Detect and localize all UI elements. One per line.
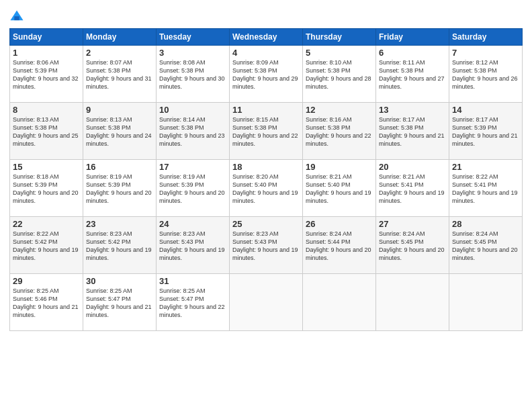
day-number: 1 bbox=[13, 48, 80, 58]
day-number: 8 bbox=[13, 105, 80, 115]
cell-info: Sunrise: 8:24 AMSunset: 5:45 PMDaylight:… bbox=[452, 230, 518, 261]
calendar-cell: 16Sunrise: 8:19 AMSunset: 5:39 PMDayligh… bbox=[83, 160, 157, 217]
calendar-cell: 13Sunrise: 8:17 AMSunset: 5:38 PMDayligh… bbox=[376, 103, 449, 160]
calendar-cell: 26Sunrise: 8:24 AMSunset: 5:44 PMDayligh… bbox=[303, 217, 376, 274]
day-number: 14 bbox=[452, 105, 519, 115]
cell-info: Sunrise: 8:23 AMSunset: 5:43 PMDaylight:… bbox=[159, 230, 225, 261]
cell-info: Sunrise: 8:08 AMSunset: 5:38 PMDaylight:… bbox=[159, 59, 225, 90]
calendar-cell: 25Sunrise: 8:23 AMSunset: 5:43 PMDayligh… bbox=[230, 217, 303, 274]
calendar-cell: 2Sunrise: 8:07 AMSunset: 5:38 PMDaylight… bbox=[83, 46, 157, 103]
svg-rect-1 bbox=[14, 16, 19, 20]
calendar-cell: 24Sunrise: 8:23 AMSunset: 5:43 PMDayligh… bbox=[157, 217, 230, 274]
cell-info: Sunrise: 8:23 AMSunset: 5:42 PMDaylight:… bbox=[86, 230, 152, 261]
calendar-week-row: 15Sunrise: 8:18 AMSunset: 5:39 PMDayligh… bbox=[10, 160, 523, 217]
day-number: 15 bbox=[13, 162, 80, 172]
day-number: 28 bbox=[452, 219, 519, 229]
day-number: 27 bbox=[379, 219, 446, 229]
calendar-cell: 6Sunrise: 8:11 AMSunset: 5:38 PMDaylight… bbox=[376, 46, 449, 103]
calendar-week-row: 8Sunrise: 8:13 AMSunset: 5:38 PMDaylight… bbox=[10, 103, 523, 160]
day-number: 17 bbox=[159, 162, 226, 172]
cell-info: Sunrise: 8:22 AMSunset: 5:42 PMDaylight:… bbox=[13, 230, 79, 261]
weekday-header: Wednesday bbox=[230, 29, 303, 46]
logo-icon bbox=[9, 9, 24, 24]
calendar-cell: 3Sunrise: 8:08 AMSunset: 5:38 PMDaylight… bbox=[157, 46, 230, 103]
weekday-header: Monday bbox=[83, 29, 157, 46]
cell-info: Sunrise: 8:17 AMSunset: 5:39 PMDaylight:… bbox=[452, 116, 518, 147]
calendar-cell: 22Sunrise: 8:22 AMSunset: 5:42 PMDayligh… bbox=[10, 217, 83, 274]
cell-info: Sunrise: 8:17 AMSunset: 5:38 PMDaylight:… bbox=[379, 116, 445, 147]
cell-info: Sunrise: 8:25 AMSunset: 5:47 PMDaylight:… bbox=[86, 287, 152, 318]
calendar-cell: 9Sunrise: 8:13 AMSunset: 5:38 PMDaylight… bbox=[83, 103, 157, 160]
day-number: 7 bbox=[452, 48, 519, 58]
calendar-cell: 4Sunrise: 8:09 AMSunset: 5:38 PMDaylight… bbox=[230, 46, 303, 103]
cell-info: Sunrise: 8:21 AMSunset: 5:40 PMDaylight:… bbox=[306, 173, 371, 204]
calendar-week-row: 22Sunrise: 8:22 AMSunset: 5:42 PMDayligh… bbox=[10, 217, 523, 274]
day-number: 4 bbox=[232, 48, 300, 58]
calendar-cell: 21Sunrise: 8:22 AMSunset: 5:41 PMDayligh… bbox=[449, 160, 523, 217]
cell-info: Sunrise: 8:25 AMSunset: 5:46 PMDaylight:… bbox=[13, 287, 79, 318]
calendar-cell: 12Sunrise: 8:16 AMSunset: 5:38 PMDayligh… bbox=[303, 103, 376, 160]
cell-info: Sunrise: 8:10 AMSunset: 5:38 PMDaylight:… bbox=[306, 59, 371, 90]
cell-info: Sunrise: 8:13 AMSunset: 5:38 PMDaylight:… bbox=[13, 116, 79, 147]
weekday-header: Friday bbox=[376, 29, 449, 46]
cell-info: Sunrise: 8:11 AMSunset: 5:38 PMDaylight:… bbox=[379, 59, 445, 90]
day-number: 11 bbox=[232, 105, 300, 115]
page: SundayMondayTuesdayWednesdayThursdayFrid… bbox=[0, 0, 532, 411]
calendar-week-row: 1Sunrise: 8:06 AMSunset: 5:39 PMDaylight… bbox=[10, 46, 523, 103]
cell-info: Sunrise: 8:12 AMSunset: 5:38 PMDaylight:… bbox=[452, 59, 518, 90]
cell-info: Sunrise: 8:18 AMSunset: 5:39 PMDaylight:… bbox=[13, 173, 79, 204]
calendar-cell: 23Sunrise: 8:23 AMSunset: 5:42 PMDayligh… bbox=[83, 217, 157, 274]
weekday-header: Saturday bbox=[449, 29, 523, 46]
day-number: 25 bbox=[232, 219, 300, 229]
calendar-header: SundayMondayTuesdayWednesdayThursdayFrid… bbox=[10, 29, 523, 46]
day-number: 31 bbox=[159, 276, 226, 286]
calendar-cell: 11Sunrise: 8:15 AMSunset: 5:38 PMDayligh… bbox=[230, 103, 303, 160]
day-number: 29 bbox=[13, 276, 80, 286]
cell-info: Sunrise: 8:20 AMSunset: 5:40 PMDaylight:… bbox=[232, 173, 298, 204]
calendar-cell: 29Sunrise: 8:25 AMSunset: 5:46 PMDayligh… bbox=[10, 274, 83, 331]
weekday-header: Sunday bbox=[10, 29, 83, 46]
day-number: 13 bbox=[379, 105, 446, 115]
calendar-cell: 17Sunrise: 8:19 AMSunset: 5:39 PMDayligh… bbox=[157, 160, 230, 217]
calendar-cell: 20Sunrise: 8:21 AMSunset: 5:41 PMDayligh… bbox=[376, 160, 449, 217]
calendar-cell: 8Sunrise: 8:13 AMSunset: 5:38 PMDaylight… bbox=[10, 103, 83, 160]
cell-info: Sunrise: 8:16 AMSunset: 5:38 PMDaylight:… bbox=[306, 116, 371, 147]
cell-info: Sunrise: 8:14 AMSunset: 5:38 PMDaylight:… bbox=[159, 116, 225, 147]
cell-info: Sunrise: 8:07 AMSunset: 5:38 PMDaylight:… bbox=[86, 59, 152, 90]
calendar-cell bbox=[230, 274, 303, 331]
calendar-table: SundayMondayTuesdayWednesdayThursdayFrid… bbox=[9, 28, 523, 331]
cell-info: Sunrise: 8:23 AMSunset: 5:43 PMDaylight:… bbox=[232, 230, 298, 261]
cell-info: Sunrise: 8:22 AMSunset: 5:41 PMDaylight:… bbox=[452, 173, 518, 204]
calendar-cell: 10Sunrise: 8:14 AMSunset: 5:38 PMDayligh… bbox=[157, 103, 230, 160]
calendar-cell: 30Sunrise: 8:25 AMSunset: 5:47 PMDayligh… bbox=[83, 274, 157, 331]
day-number: 16 bbox=[86, 162, 153, 172]
day-number: 18 bbox=[232, 162, 300, 172]
day-number: 6 bbox=[379, 48, 446, 58]
calendar-cell: 7Sunrise: 8:12 AMSunset: 5:38 PMDaylight… bbox=[449, 46, 523, 103]
calendar-cell bbox=[303, 274, 376, 331]
day-number: 19 bbox=[306, 162, 373, 172]
cell-info: Sunrise: 8:21 AMSunset: 5:41 PMDaylight:… bbox=[379, 173, 445, 204]
day-number: 20 bbox=[379, 162, 446, 172]
day-number: 30 bbox=[86, 276, 153, 286]
calendar-week-row: 29Sunrise: 8:25 AMSunset: 5:46 PMDayligh… bbox=[10, 274, 523, 331]
calendar-cell: 28Sunrise: 8:24 AMSunset: 5:45 PMDayligh… bbox=[449, 217, 523, 274]
day-number: 21 bbox=[452, 162, 519, 172]
weekday-row: SundayMondayTuesdayWednesdayThursdayFrid… bbox=[10, 29, 523, 46]
calendar-cell: 1Sunrise: 8:06 AMSunset: 5:39 PMDaylight… bbox=[10, 46, 83, 103]
header bbox=[9, 7, 523, 24]
weekday-header: Tuesday bbox=[157, 29, 230, 46]
cell-info: Sunrise: 8:24 AMSunset: 5:45 PMDaylight:… bbox=[379, 230, 445, 261]
day-number: 2 bbox=[86, 48, 153, 58]
day-number: 3 bbox=[159, 48, 226, 58]
calendar-cell: 18Sunrise: 8:20 AMSunset: 5:40 PMDayligh… bbox=[230, 160, 303, 217]
calendar-body: 1Sunrise: 8:06 AMSunset: 5:39 PMDaylight… bbox=[10, 46, 523, 331]
cell-info: Sunrise: 8:19 AMSunset: 5:39 PMDaylight:… bbox=[159, 173, 225, 204]
cell-info: Sunrise: 8:15 AMSunset: 5:38 PMDaylight:… bbox=[232, 116, 298, 147]
calendar-cell bbox=[376, 274, 449, 331]
cell-info: Sunrise: 8:13 AMSunset: 5:38 PMDaylight:… bbox=[86, 116, 152, 147]
day-number: 5 bbox=[306, 48, 373, 58]
day-number: 12 bbox=[306, 105, 373, 115]
day-number: 9 bbox=[86, 105, 153, 115]
weekday-header: Thursday bbox=[303, 29, 376, 46]
